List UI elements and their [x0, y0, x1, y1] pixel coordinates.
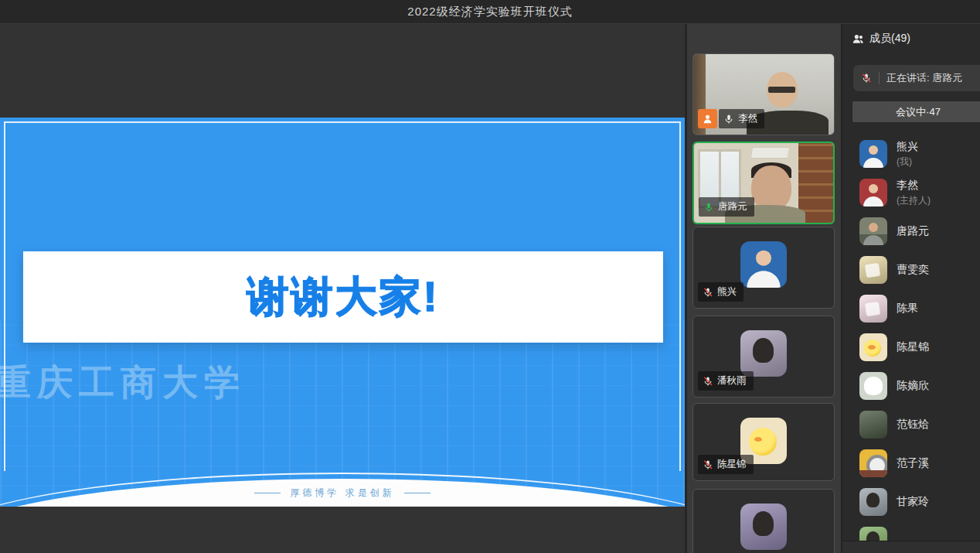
video-tile-partial[interactable]: [692, 489, 835, 553]
tile-label: 李然: [698, 109, 764, 128]
person-silhouette-icon: [859, 140, 887, 168]
my-mic-muted-icon[interactable]: [861, 73, 872, 84]
video-thumbnail-column: 李然 唐路元 熊兴: [685, 24, 842, 553]
member-row-xiongxing[interactable]: 熊兴 (我): [859, 139, 980, 169]
mic-on-icon: [723, 114, 734, 125]
member-name: 范钰烚: [897, 418, 929, 432]
member-name: 范子溪: [897, 456, 929, 470]
motto-text: 厚德博学 求是创新: [290, 486, 394, 500]
members-header: 成员(49): [852, 32, 910, 46]
mic-muted-icon: [703, 376, 713, 387]
presentation-slide: 重庆工商大学 谢谢大家! 厚德博学 求是创新: [0, 118, 685, 507]
member-name: 甘家玲: [897, 495, 929, 509]
member-role: (我): [897, 155, 918, 169]
member-name: 熊兴: [897, 140, 918, 154]
member-row-chendixin[interactable]: 陈嫡欣: [859, 371, 980, 401]
member-name: 陈果: [897, 302, 918, 316]
member-avatar: [859, 333, 887, 361]
member-row-liran[interactable]: 李然 (主持人): [859, 178, 980, 207]
tile-label: 唐路元: [699, 197, 754, 217]
members-panel-footer: [842, 541, 980, 553]
scene-head: [751, 166, 791, 210]
member-name: 李然: [897, 179, 931, 193]
member-row-tangluyuan[interactable]: 唐路元: [859, 217, 980, 246]
participant-name: 李然: [738, 112, 757, 125]
tile-label: 陈星锦: [698, 455, 754, 474]
participant-name: 陈星锦: [717, 458, 747, 471]
tile-label: 潘秋雨: [698, 371, 754, 391]
member-row-ganjialing[interactable]: 甘家玲: [859, 487, 980, 517]
member-avatar: [859, 179, 887, 207]
member-name: 唐路元: [897, 224, 929, 238]
member-avatar: [859, 140, 887, 168]
scene-papers: [750, 147, 790, 159]
member-avatar: [859, 488, 887, 516]
window-titlebar: 2022级经济学实验班开班仪式: [0, 0, 980, 24]
mic-muted-icon: [703, 459, 713, 470]
participant-avatar: [740, 504, 787, 550]
motto-dash-left: [254, 493, 281, 493]
member-name: 曹雯奕: [897, 263, 929, 277]
member-row-caowenyi[interactable]: 曹雯奕: [859, 255, 980, 285]
now-speaking-bar: 正在讲话: 唐路元: [853, 65, 980, 91]
video-tile-chenxingjin[interactable]: 陈星锦: [692, 403, 835, 481]
members-count-label: 成员(49): [869, 32, 910, 46]
member-row-fanzixi[interactable]: 范子溪: [859, 449, 980, 478]
video-tile-xiongxing[interactable]: 熊兴: [692, 227, 835, 309]
video-tile-liran[interactable]: 李然: [692, 53, 835, 135]
member-row-fanyuxia[interactable]: 范钰烚: [859, 410, 980, 439]
mic-speaking-icon: [703, 202, 714, 213]
person-silhouette-icon: [859, 217, 887, 245]
member-avatar: [859, 411, 887, 439]
video-tile-tangluyuan[interactable]: 唐路元: [692, 142, 835, 224]
meeting-title: 2022级经济学实验班开班仪式: [407, 5, 572, 19]
member-avatar: [859, 295, 887, 323]
person-silhouette-icon: [740, 241, 787, 288]
motto-dash-right: [404, 493, 430, 493]
member-avatar: [859, 256, 887, 284]
tile-label: 熊兴: [698, 282, 744, 302]
shared-screen-area: 重庆工商大学 谢谢大家! 厚德博学 求是创新: [0, 24, 685, 553]
participant-name: 潘秋雨: [717, 374, 747, 387]
slide-motto: 厚德博学 求是创新: [0, 486, 685, 500]
slide-headline: 谢谢大家!: [247, 269, 440, 326]
mic-muted-icon: [703, 287, 713, 298]
members-group-icon: [852, 32, 865, 46]
participant-name: 熊兴: [717, 285, 737, 299]
participant-name: 唐路元: [718, 200, 747, 213]
scene-glasses: [768, 87, 795, 93]
now-speaking-text: 正在讲话: 唐路元: [886, 71, 962, 85]
member-name: 陈嫡欣: [897, 379, 929, 393]
slide-headline-banner: 谢谢大家!: [23, 251, 663, 343]
member-row-chenxingjin[interactable]: 陈星锦: [859, 333, 980, 362]
divider: [879, 72, 880, 84]
participant-avatar: [740, 330, 787, 377]
host-badge-icon: [698, 109, 717, 128]
participant-avatar: [740, 241, 787, 288]
tab-in-meeting[interactable]: 会议中·47: [852, 101, 980, 122]
tab-in-meeting-label: 会议中·47: [896, 105, 941, 119]
member-avatar: [859, 449, 887, 477]
member-name: 陈星锦: [897, 340, 929, 354]
member-role: (主持人): [897, 194, 931, 207]
member-avatar: [859, 372, 887, 400]
video-tile-panqiuyu[interactable]: 潘秋雨: [692, 316, 835, 398]
members-panel: 成员(49) 正在讲话: 唐路元 会议中·47 熊兴 (我) 李然 (主持人) …: [842, 24, 980, 553]
member-avatar: [859, 217, 887, 245]
person-silhouette-icon: [859, 179, 887, 207]
member-row-chenguo[interactable]: 陈果: [859, 294, 980, 323]
